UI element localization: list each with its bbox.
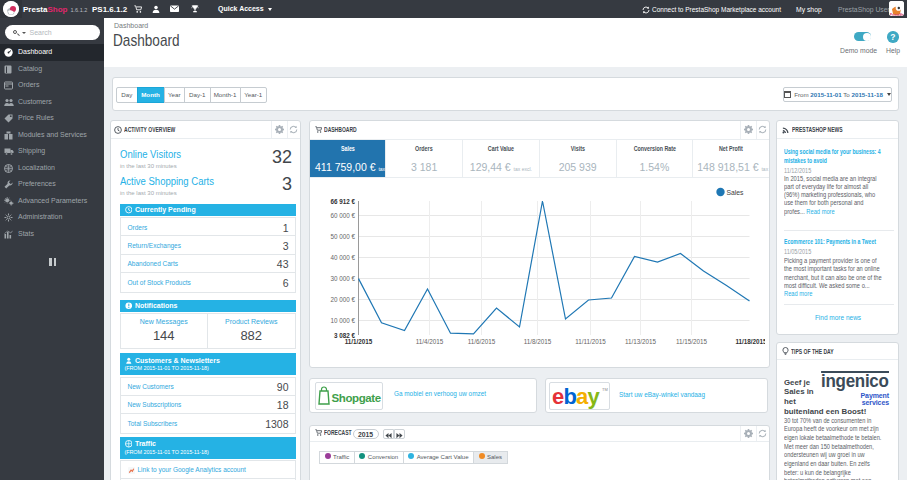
svg-text:60 000 €: 60 000 €	[330, 212, 355, 219]
svg-text:Sales: Sales	[726, 189, 744, 196]
svg-text:10 000 €: 10 000 €	[330, 317, 355, 324]
svg-text:11/15/2015: 11/15/2015	[675, 338, 707, 345]
svg-text:66 912 €: 66 912 €	[330, 198, 355, 205]
svg-text:11/18/2015: 11/18/2015	[735, 338, 765, 345]
svg-text:11/11/2015: 11/11/2015	[575, 338, 606, 345]
svg-text:PrestaShop: PrestaShop	[890, 13, 904, 17]
svg-text:TM: TM	[602, 387, 608, 392]
svg-text:Shopgate: Shopgate	[332, 392, 381, 404]
svg-text:40 000 €: 40 000 €	[330, 254, 355, 261]
svg-text:20 000 €: 20 000 €	[330, 296, 355, 303]
svg-text:30 000 €: 30 000 €	[330, 275, 355, 282]
svg-text:11/6/2015: 11/6/2015	[467, 338, 495, 345]
svg-text:50 000 €: 50 000 €	[330, 233, 355, 240]
svg-text:11/4/2015: 11/4/2015	[415, 338, 443, 345]
svg-text:11/8/2015: 11/8/2015	[523, 338, 551, 345]
svg-text:11/1/2015: 11/1/2015	[344, 338, 372, 345]
svg-text:ebay: ebay	[552, 384, 601, 409]
svg-text:11/13/2015: 11/13/2015	[624, 338, 656, 345]
